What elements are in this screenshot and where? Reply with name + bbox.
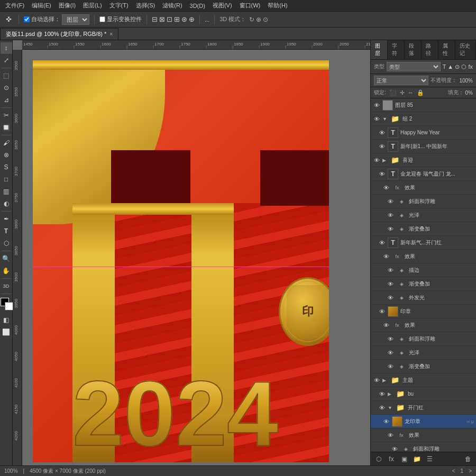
layer-item-gloss-jl[interactable]: 👁 ◈ 光泽 (371, 208, 476, 222)
menu-item-window[interactable]: 窗口(W) (236, 1, 264, 11)
transform-controls-checkbox[interactable]: 显示变换控件 (99, 15, 142, 23)
visibility-eye-gjl[interactable]: 👁 (387, 212, 394, 218)
visibility-eye-xn[interactable]: 👁 (378, 240, 386, 246)
gradient-tool[interactable]: ▥ (1, 186, 12, 197)
background-color[interactable] (5, 302, 13, 310)
menu-item-filter[interactable]: 滤镜(R) (159, 1, 185, 11)
zoom-level[interactable]: 100% (4, 468, 18, 474)
menu-item-help[interactable]: 帮助(H) (264, 1, 290, 11)
menu-item-3d[interactable]: 3D(D) (187, 2, 208, 10)
align-right-icon[interactable]: ⊡ (167, 15, 172, 23)
layer-item-gradient-jl[interactable]: 👁 ◈ 渐变叠加 (371, 222, 476, 236)
visibility-eye-jl[interactable]: 👁 (378, 171, 386, 177)
visibility-eye-gyz[interactable]: 👁 (387, 350, 394, 356)
layer-item-xinnianyuanqi[interactable]: 👁 T 新年新气...开门红 (371, 236, 476, 250)
menu-item-file[interactable]: 文件(F) (2, 1, 28, 11)
menu-item-edit[interactable]: 编辑(E) (29, 1, 54, 11)
3d-zoom-icon[interactable]: ⊙ (263, 16, 268, 23)
visibility-eye-ejl[interactable]: 👁 (382, 185, 390, 191)
move-tool[interactable]: ↕ (1, 42, 12, 54)
page-nav-prev[interactable]: < (452, 468, 455, 474)
visibility-eye-eyz[interactable]: 👁 (382, 322, 390, 328)
visibility-eye-bly[interactable]: 👁 (391, 446, 398, 452)
expand-xiying-arrow[interactable]: ▶ (382, 158, 388, 163)
expand-kmh-arrow[interactable]: ▼ (388, 405, 393, 410)
canvas-image[interactable]: 2024 印 (22, 50, 370, 465)
menu-item-type[interactable]: 文字(T) (106, 1, 132, 11)
layer-item-85[interactable]: 👁 图层 85 (371, 98, 476, 112)
layer-item-effect-yz[interactable]: 👁 fx 效果 (371, 318, 476, 332)
align-top-icon[interactable]: ⊞ (174, 15, 180, 23)
auto-select-dropdown[interactable]: 图层 (62, 14, 89, 25)
align-center-v-icon[interactable]: ⊛ (181, 15, 187, 23)
visibility-eye-glxn[interactable]: 👁 (387, 295, 394, 301)
3d-pan-icon[interactable]: ⊕ (256, 16, 261, 23)
visibility-eye-cny[interactable]: 👁 (378, 143, 386, 150)
visibility-eye-yz[interactable]: 👁 (378, 308, 386, 315)
more-options-icon[interactable]: ... (205, 16, 209, 23)
visibility-eye-xy[interactable]: 👁 (373, 157, 380, 163)
layer-item-longyin[interactable]: 👁 龙印章 ∞ μ (371, 415, 476, 428)
visibility-eye-ely[interactable]: 👁 (387, 432, 394, 438)
opacity-value[interactable]: 100% (459, 78, 473, 84)
document-tab[interactable]: 姿版11.psd @ 100% (龙印章, RGB/8) * × (0, 28, 118, 40)
lock-pixels-icon[interactable]: ⬛ (389, 89, 397, 96)
visibility-eye-kmh[interactable]: 👁 (378, 405, 386, 411)
visibility-eye-sxn[interactable]: 👁 (387, 267, 394, 273)
expand-zhuti-arrow[interactable]: ▶ (382, 378, 388, 383)
layer-item-effect-jl[interactable]: 👁 fx 效果 (371, 181, 476, 195)
3d-tool[interactable]: 3D (1, 280, 12, 292)
link-layers-btn[interactable]: ⬡ (374, 454, 383, 464)
expand-group2-arrow[interactable]: ▼ (382, 116, 388, 122)
type-tool[interactable]: T (1, 225, 12, 237)
quick-mask-btn[interactable]: ◧ (1, 314, 12, 326)
transform-tool[interactable]: ⤢ (1, 54, 12, 66)
screen-mode-btn[interactable]: ⬜ (1, 326, 12, 338)
fill-value[interactable]: 0% (465, 90, 473, 96)
menu-item-layer[interactable]: 图层(L) (80, 1, 105, 11)
layer-item-yinzhang[interactable]: 👁 印章 (371, 305, 476, 318)
visibility-eye-hny[interactable]: 👁 (378, 130, 386, 136)
blend-mode-dropdown[interactable]: 正常 (374, 76, 428, 85)
eraser-tool[interactable]: □ (1, 173, 12, 185)
layer-item-gloss-yz[interactable]: 👁 ◈ 光泽 (371, 346, 476, 360)
align-left-icon[interactable]: ⊟ (152, 15, 158, 23)
layer-item-group2[interactable]: 👁 ▼ 📁 组 2 (371, 112, 476, 126)
pen-tool[interactable]: ✒ (1, 213, 12, 225)
auto-select-checkbox[interactable]: 自动选择： 图层 (24, 14, 89, 25)
delete-layer-btn[interactable]: 🗑 (463, 454, 473, 464)
layers-list[interactable]: 👁 图层 85 👁 ▼ 📁 组 2 👁 T Happy New Year (371, 98, 476, 452)
layer-item-bu[interactable]: 👁 ▶ 📁 bu (371, 387, 476, 401)
align-center-h-icon[interactable]: ⊠ (159, 15, 165, 23)
lock-position-icon[interactable]: ✛ (400, 89, 405, 96)
panel-tab-para[interactable]: 段落 (405, 40, 422, 59)
marquee-tool[interactable]: ⬚ (1, 70, 12, 81)
layer-item-happy-new-year[interactable]: 👁 T Happy New Year (371, 126, 476, 140)
add-effect-btn[interactable]: fx (387, 454, 396, 464)
eyedropper-tool[interactable]: 🔲 (1, 122, 12, 133)
visibility-eye-g2[interactable]: 👁 (373, 116, 380, 122)
layer-item-glow-xn[interactable]: 👁 ◈ 外发光 (371, 291, 476, 305)
visibility-eye-grxn[interactable]: 👁 (387, 281, 394, 287)
visibility-eye-bjl[interactable]: 👁 (387, 198, 394, 205)
layer-item-stroke-xn[interactable]: 👁 ◈ 描边 (371, 263, 476, 277)
brush-tool[interactable]: 🖌 (1, 137, 12, 149)
visibility-eye-grjl[interactable]: 👁 (387, 226, 394, 232)
visibility-eye-exn[interactable]: 👁 (382, 253, 390, 260)
panel-tab-char[interactable]: 字符 (388, 40, 405, 59)
expand-bu-arrow[interactable]: ▶ (388, 391, 393, 397)
menu-item-image[interactable]: 图像(I) (56, 1, 79, 11)
layer-item-bevel-ly[interactable]: 👁 ◈ 斜面和浮雕 (371, 442, 476, 452)
layer-item-gradient-xn[interactable]: 👁 ◈ 渐变叠加 (371, 277, 476, 291)
new-layer-btn[interactable]: ☰ (425, 454, 434, 464)
canvas-area[interactable]: 1450 1500 1550 1600 1650 1700 1750 1800 … (13, 40, 370, 465)
menu-item-view[interactable]: 视图(V) (209, 1, 235, 11)
layer-item-chinese-new-year[interactable]: 👁 T 新年|新1... 中国新年 (371, 140, 476, 153)
dodge-tool[interactable]: ◐ (1, 198, 12, 209)
panel-tab-paths[interactable]: 路径 (422, 40, 438, 59)
visibility-eye-ly[interactable]: 👁 (382, 418, 390, 425)
layer-item-jinlong[interactable]: 👁 T 金龙迎春 瑞气盈门 龙... (371, 167, 476, 181)
clone-tool[interactable]: S (1, 161, 12, 173)
panel-tab-props[interactable]: 属性 (438, 40, 455, 59)
filter-dropdown[interactable]: 类型 (387, 62, 441, 71)
